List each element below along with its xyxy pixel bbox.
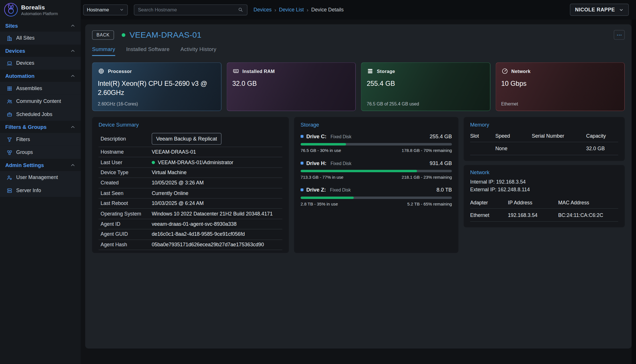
row-label: Operating System [101, 211, 152, 217]
sidebar-section-label: Automation [5, 73, 35, 79]
brand-subtitle: Automation Platform [21, 11, 58, 16]
sidebar-item-devices[interactable]: Devices [0, 57, 81, 70]
breadcrumb-devices[interactable]: Devices [254, 7, 272, 13]
sidebar-item-server-info[interactable]: Server Info [0, 184, 81, 197]
device-summary-table: Description Hostname VEEAM-DRAAS-01 Last… [98, 131, 282, 250]
sidebar-section-sites[interactable]: Sites [0, 19, 81, 32]
sidebar-item-all-sites[interactable]: All Sites [0, 32, 81, 44]
network-ips: Internal IP: 192.168.3.54 External IP: 1… [470, 178, 618, 194]
search-input[interactable] [138, 7, 238, 13]
chevron-up-icon [70, 23, 76, 29]
search-field-dropdown[interactable]: Hostname [83, 4, 128, 15]
ellipsis-icon [616, 32, 622, 38]
stat-card-processor: Processor Intel(R) Xeon(R) CPU E5-2690 v… [92, 62, 221, 111]
device-details-panel: BACK VEEAM-DRAAS-01 Summary Installed So… [85, 24, 632, 348]
back-button[interactable]: BACK [92, 30, 114, 40]
stat-card-footer: 2.60GHz (16-Cores) [98, 101, 138, 106]
drive-name: Drive C: [306, 133, 326, 139]
sidebar-item-scheduled-jobs[interactable]: Scheduled Jobs [0, 108, 81, 121]
sidebar-item-label: User Management [16, 175, 58, 180]
online-status-dot [122, 33, 126, 37]
sidebar-section-label: Filters & Groups [5, 124, 47, 130]
sidebar-item-filters[interactable]: Filters [0, 133, 81, 146]
breadcrumb: Devices Device List Device Details [254, 7, 344, 13]
chevron-down-icon [619, 7, 624, 12]
row-value: de16c0c1-8aa2-4d18-9585-9ce91cf056fd [152, 231, 245, 237]
user-menu-button[interactable]: NICOLE RAPPE [570, 4, 629, 16]
drive-used: 2.8 TB - 35% in use [300, 202, 338, 206]
drive-size: 931.4 GB [430, 160, 452, 166]
stat-card-footer: Ethernet [501, 101, 518, 106]
device-title: VEEAM-DRAAS-01 [130, 30, 201, 40]
workspaces-icon [7, 149, 13, 155]
drive-usage-bar [300, 197, 452, 199]
column-header: MAC Address [558, 196, 618, 209]
scrollbar-track[interactable] [632, 19, 636, 364]
sidebar-section-label: Admin Settings [5, 162, 44, 168]
external-ip: External IP: 162.248.8.114 [470, 186, 618, 194]
online-status-dot [152, 161, 155, 164]
stat-card-title: Storage [377, 69, 395, 74]
building-icon [7, 35, 13, 41]
user-name: NICOLE RAPPE [575, 7, 615, 13]
gauge-icon [501, 68, 508, 74]
drive-c-block: Drive C: Fixed Disk 255.4 GB 76.5 GB - 3… [300, 133, 452, 153]
drive-h-block: Drive H: Fixed Disk 931.4 GB 713.3 GB - … [300, 160, 452, 180]
stat-card-title: Installed RAM [242, 69, 275, 74]
chevron-up-icon [70, 48, 76, 54]
borealis-logo-icon [4, 3, 18, 17]
sidebar-section-filters-groups[interactable]: Filters & Groups [0, 121, 81, 133]
topbar: Hostname Devices Device List Device Deta… [81, 0, 636, 19]
breadcrumb-device-list[interactable]: Device List [279, 7, 304, 13]
sidebar-item-groups[interactable]: Groups [0, 146, 81, 159]
stat-card-value: Intel(R) Xeon(R) CPU E5-2690 v3 @ 2.60GH… [98, 79, 213, 97]
internal-ip: Internal IP: 192.168.3.54 [470, 178, 618, 186]
tab-activity-history[interactable]: Activity History [181, 46, 217, 56]
row-label: Last Reboot [101, 201, 152, 206]
stat-card-value: 32.0 GB [232, 79, 348, 88]
sidebar-item-user-management[interactable]: User Management [0, 171, 81, 184]
row-value: Virtual Machine [152, 170, 187, 176]
stat-card-title: Processor [108, 69, 132, 74]
brand-name: Borealis [21, 4, 58, 11]
sidebar: Borealis Automation Platform Sites All S… [0, 0, 81, 364]
drive-name: Drive Z: [306, 187, 326, 193]
sidebar-section-devices[interactable]: Devices [0, 44, 81, 57]
more-options-button[interactable] [614, 30, 625, 40]
breadcrumb-separator-icon [274, 7, 276, 13]
user-gear-icon [7, 174, 13, 180]
description-input[interactable] [152, 133, 222, 145]
summary-row-hostname: Hostname VEEAM-DRAAS-01 [98, 147, 282, 157]
row-label: Created [101, 180, 152, 186]
row-value: 10/03/2025 @ 6:24 AM [152, 201, 204, 206]
sidebar-section-automation[interactable]: Automation [0, 70, 81, 82]
sidebar-section-admin-settings[interactable]: Admin Settings [0, 159, 81, 171]
sidebar-section-label: Devices [5, 48, 25, 54]
drive-name: Drive H: [306, 160, 326, 166]
caret-down-icon [119, 7, 124, 12]
dropdown-value: Hostname [87, 7, 109, 13]
brand: Borealis Automation Platform [0, 0, 81, 19]
cpu-icon [98, 68, 105, 74]
summary-row-operating-system: Operating System Windows 10 2022 Datacen… [98, 209, 282, 219]
row-label: Device Type [101, 170, 152, 176]
chevron-up-icon [70, 73, 76, 79]
drive-usage-bar [300, 143, 452, 146]
sidebar-item-assemblies[interactable]: Assemblies [0, 82, 81, 95]
summary-row-agent-guid: Agent GUID de16c0c1-8aa2-4d18-9585-9ce91… [98, 229, 282, 240]
breadcrumb-separator-icon [307, 7, 308, 13]
tab-installed-software[interactable]: Installed Software [126, 46, 169, 56]
summary-row-agent-id: Agent ID veeam-draas-01-agent-svc-8930a3… [98, 219, 282, 229]
row-value: veeam-draas-01-agent-svc-8930a338 [152, 221, 237, 227]
row-value: Currently Online [152, 190, 188, 196]
row-label: Agent Hash [101, 242, 152, 247]
tab-summary[interactable]: Summary [92, 46, 115, 56]
sidebar-nav: Sites All Sites Devices Devices Automati… [0, 19, 81, 197]
panel-title: Device Summary [98, 122, 282, 128]
device-summary-panel: Device Summary Description Hostname VEEA… [92, 117, 289, 253]
drive-type: Fixed Disk [330, 188, 351, 192]
sidebar-item-community-content[interactable]: Community Content [0, 95, 81, 108]
column-header: IP Address [508, 196, 558, 209]
sidebar-item-label: Scheduled Jobs [16, 111, 52, 117]
sidebar-item-label: Groups [16, 150, 33, 155]
